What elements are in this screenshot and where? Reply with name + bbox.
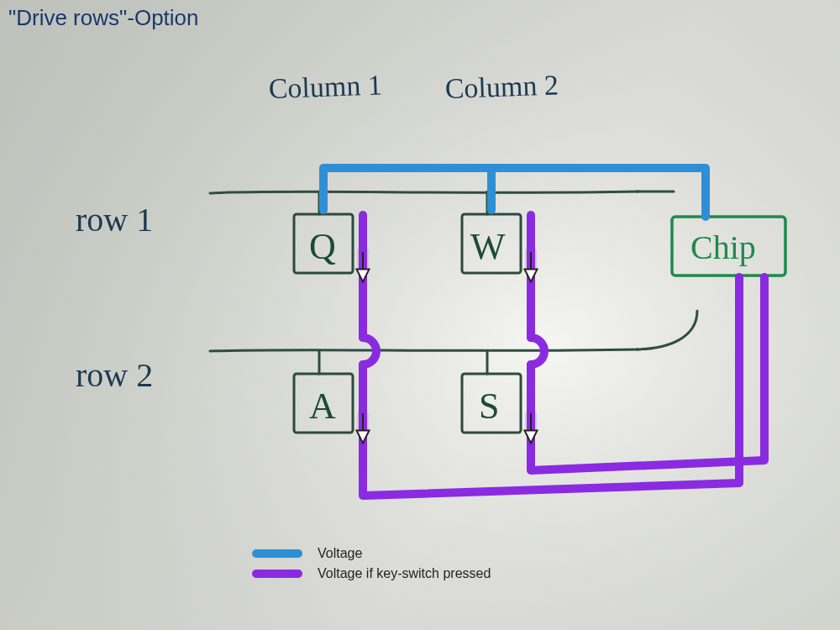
diagram-svg: Column 1 Column 2 row 1 row 2 Q W A S Ch…: [0, 0, 840, 630]
diode-halos: [363, 252, 531, 432]
key-a: A: [309, 386, 336, 427]
diode-arrows: [363, 252, 531, 437]
chip-box: Chip: [672, 217, 785, 276]
legend-label-voltage: Voltage: [318, 546, 362, 561]
key-s: S: [479, 386, 499, 427]
legend-swatch-pressed: [252, 570, 302, 578]
label-row-1: row 1: [76, 201, 153, 239]
svg-rect-2: [462, 214, 521, 273]
label-column-2: Column 2: [444, 69, 559, 104]
legend-swatch-voltage: [252, 549, 302, 558]
legend-label-pressed: Voltage if key-switch pressed: [318, 566, 491, 581]
voltage-rail: [323, 168, 706, 217]
legend-voltage-pressed: Voltage if key-switch pressed: [252, 566, 491, 581]
key-q: Q: [309, 226, 336, 267]
label-row-2: row 2: [76, 356, 153, 394]
legend-voltage: Voltage: [252, 546, 491, 561]
key-w: W: [470, 226, 506, 267]
chip-label: Chip: [690, 228, 756, 266]
legend: Voltage Voltage if key-switch pressed: [252, 546, 491, 586]
voltage-if-pressed: [363, 215, 764, 496]
page-title: "Drive rows"-Option: [8, 5, 199, 31]
label-column-1: Column 1: [268, 69, 382, 104]
svg-rect-0: [0, 0, 840, 630]
row-wires: [210, 192, 697, 374]
svg-rect-4: [462, 374, 521, 433]
svg-rect-3: [294, 374, 353, 433]
svg-rect-1: [294, 214, 353, 273]
svg-rect-5: [672, 217, 785, 276]
key-boxes: [294, 214, 521, 433]
